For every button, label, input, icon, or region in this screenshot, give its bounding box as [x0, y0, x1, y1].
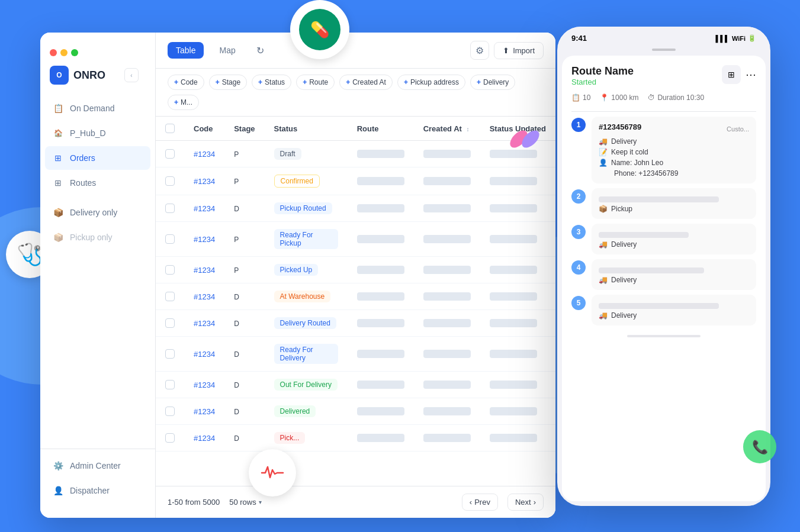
svg-text:📞: 📞: [752, 439, 769, 455]
sidebar-item-pickup-only[interactable]: 📦 Pickup only: [45, 225, 150, 249]
row-checkbox-9[interactable]: [165, 407, 175, 416]
order-code-link-5[interactable]: #1234: [194, 292, 215, 301]
order-code-link-1[interactable]: #1234: [194, 177, 215, 186]
tab-table[interactable]: Table: [168, 42, 204, 59]
order-code-link-10[interactable]: #1234: [194, 434, 215, 443]
row-stage-3: P: [224, 222, 264, 257]
order-code-link-3[interactable]: #1234: [194, 235, 215, 244]
table-header-status: Status: [265, 117, 348, 141]
prev-page-btn[interactable]: ‹ Prev: [462, 494, 498, 511]
main-content: Table Map ↻ ⚙ ⬆ Import + Code + Stage: [156, 33, 555, 518]
note-icon-1: 📝: [599, 148, 608, 156]
order-code-link-6[interactable]: #1234: [194, 319, 215, 328]
window-controls: [40, 42, 155, 61]
row-checkbox-7[interactable]: [165, 349, 175, 359]
stop-phone-row-1: Phone: +123456789: [599, 169, 749, 178]
stop-item-4: 4 🚚 Delivery: [571, 259, 756, 290]
filter-chip-created-at[interactable]: + Created At: [339, 75, 393, 90]
row-checkbox-3[interactable]: [165, 234, 175, 244]
row-route-0: [348, 141, 414, 167]
order-code-link-2[interactable]: #1234: [194, 204, 215, 213]
chevron-left-icon: ‹: [470, 498, 472, 507]
delivery-icon-3: 🚚: [599, 240, 608, 249]
filter-chip-stage[interactable]: + Stage: [209, 75, 247, 90]
filter-chip-status[interactable]: + Status: [252, 75, 291, 90]
stop-type-row-1: 🚚 Delivery: [599, 137, 749, 146]
close-window-btn[interactable]: [50, 49, 57, 56]
sidebar-item-delivery-only[interactable]: 📦 Delivery only: [45, 201, 150, 224]
row-checkbox-1[interactable]: [165, 176, 175, 186]
table-row: #1234 D Pick...: [156, 425, 555, 452]
table-row: #1234 D Ready For Delivery: [156, 337, 555, 372]
mobile-status-bar: 9:41 ▌▌▌ WiFi 🔋: [557, 27, 770, 46]
row-created-at-2: [414, 195, 480, 222]
logo-text: ONRO: [73, 69, 105, 82]
row-status-8: Out For Delivery: [265, 372, 348, 398]
row-checkbox-4[interactable]: [165, 265, 175, 275]
table-header-created-at[interactable]: Created At ↕: [414, 117, 480, 141]
row-checkbox-10[interactable]: [165, 433, 175, 443]
row-checkbox-cell: [156, 222, 184, 257]
row-status-updated-8: [480, 372, 555, 398]
route-header: Route Name Started ⊞ ⋯: [571, 65, 756, 86]
sidebar-item-routes[interactable]: ⊞ Routes: [45, 171, 150, 195]
sidebar-item-admin-center[interactable]: ⚙️ Admin Center: [45, 454, 150, 478]
import-btn[interactable]: ⬆ Import: [494, 42, 544, 59]
blurred-bar-4a: [599, 267, 704, 273]
sidebar-item-p-hub-d[interactable]: 🏠 P_Hub_D: [45, 121, 150, 145]
tab-map[interactable]: Map: [211, 42, 243, 59]
rows-per-page-select[interactable]: 50 rows ▾: [229, 498, 262, 507]
table-header-stage: Stage: [224, 117, 264, 141]
row-checkbox-0[interactable]: [165, 149, 175, 159]
chevron-down-icon: ▾: [259, 499, 262, 505]
filter-chip-code[interactable]: + Code: [168, 75, 204, 90]
order-code-link-0[interactable]: #1234: [194, 150, 215, 159]
select-all-checkbox[interactable]: [165, 124, 175, 133]
topbar-right: ⚙ ⬆ Import: [470, 41, 544, 60]
stop-customer-1: Custo...: [727, 125, 749, 133]
row-route-8: [348, 372, 414, 398]
row-checkbox-8[interactable]: [165, 380, 175, 389]
table-area: Code Stage Status Route Created At ↕ Sta…: [156, 117, 555, 486]
table-row: #1234 D Delivered: [156, 398, 555, 425]
row-stage-4: P: [224, 257, 264, 283]
row-route-1: [348, 167, 414, 195]
sidebar-collapse-btn[interactable]: ‹: [124, 68, 139, 82]
order-code-link-8[interactable]: #1234: [194, 381, 215, 389]
stop-item-5: 5 🚚 Delivery: [571, 295, 756, 325]
filter-chip-more[interactable]: + M...: [168, 95, 199, 110]
filter-chip-pickup-address[interactable]: + Pickup address: [397, 75, 465, 90]
stat-orders: 📋 10: [571, 93, 590, 102]
row-status-9: Delivered: [265, 398, 348, 425]
maximize-window-btn[interactable]: [71, 49, 78, 56]
stop-content-5: 🚚 Delivery: [592, 295, 756, 325]
row-created-at-8: [414, 372, 480, 398]
next-page-btn[interactable]: Next ›: [507, 494, 544, 511]
table-row: #1234 P Draft: [156, 141, 555, 167]
order-code-link-7[interactable]: #1234: [194, 350, 215, 359]
sidebar-item-dispatcher[interactable]: 👤 Dispatcher: [45, 479, 150, 502]
sidebar-item-on-demand[interactable]: 📋 On Demand: [45, 96, 150, 120]
minimize-window-btn[interactable]: [60, 49, 68, 56]
table-row: #1234 P Confirmed: [156, 167, 555, 195]
row-checkbox-5[interactable]: [165, 292, 175, 301]
filter-chip-route[interactable]: + Route: [296, 75, 335, 90]
row-checkbox-6[interactable]: [165, 318, 175, 328]
filter-chip-delivery[interactable]: + Delivery: [470, 75, 515, 90]
row-checkbox-2[interactable]: [165, 204, 175, 213]
row-route-2: [348, 195, 414, 222]
person-icon-1: 👤: [599, 159, 608, 167]
settings-icon[interactable]: ⚙: [470, 41, 489, 60]
order-code-link-4[interactable]: #1234: [194, 266, 215, 275]
row-code-9: #1234: [184, 398, 224, 425]
row-checkbox-cell: [156, 310, 184, 337]
row-created-at-0: [414, 141, 480, 167]
status-badge-10: Pick...: [274, 432, 306, 444]
qr-btn[interactable]: ⊞: [722, 65, 741, 84]
more-btn[interactable]: ⋯: [746, 68, 756, 81]
row-code-10: #1234: [184, 425, 224, 452]
order-code-link-9[interactable]: #1234: [194, 407, 215, 416]
sidebar-item-orders[interactable]: ⊞ Orders: [45, 146, 150, 170]
refresh-btn[interactable]: ↻: [251, 41, 270, 60]
pickup-only-icon: 📦: [52, 231, 64, 243]
